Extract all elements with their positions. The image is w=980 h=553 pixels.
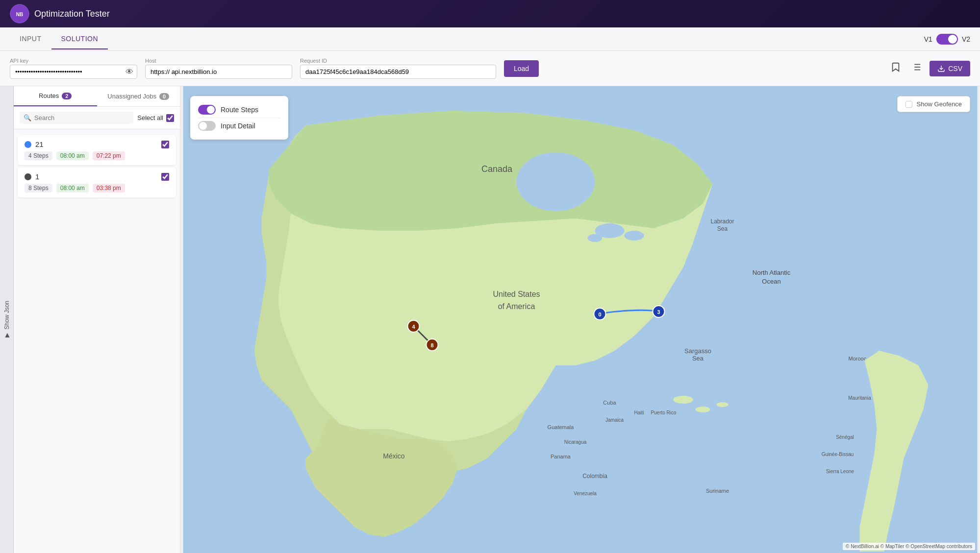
toolbar: API key 👁 Host Request ID Load — [0, 51, 980, 86]
route-21-steps: 4 Steps — [25, 151, 52, 160]
nextbillion-logo: NB — [10, 4, 29, 24]
search-input[interactable] — [34, 114, 129, 121]
route-21-checkbox[interactable] — [161, 141, 169, 148]
svg-text:3: 3 — [657, 309, 660, 315]
svg-text:4: 4 — [412, 324, 415, 330]
route-1-end-time: 03:38 pm — [93, 184, 125, 192]
api-key-label: API key — [10, 58, 137, 64]
svg-text:Mauritania: Mauritania — [848, 395, 871, 401]
host-group: Host — [145, 58, 292, 79]
search-input-wrap: 🔍 — [20, 112, 133, 124]
load-button[interactable]: Load — [504, 60, 539, 77]
svg-point-18 — [674, 396, 693, 404]
sidebar-tab-unassigned[interactable]: Unassigned Jobs 0 — [97, 86, 180, 106]
show-json-label: Show Json — [3, 301, 10, 330]
svg-point-17 — [588, 234, 603, 242]
svg-text:Panama: Panama — [551, 454, 571, 459]
route-21-end-time: 07:22 pm — [93, 151, 125, 160]
svg-text:Guatemala: Guatemala — [548, 424, 575, 430]
main-content: ▶ Show Json Routes 2 Unassigned Jobs 0 🔍… — [0, 86, 980, 553]
tab-input[interactable]: INPUT — [10, 29, 51, 49]
map-background: Canada United States of America México N… — [180, 86, 980, 553]
route-item[interactable]: 21 4 Steps 08:00 am 07:22 pm — [18, 135, 176, 166]
request-id-label: Request ID — [300, 58, 496, 64]
input-detail-row: Input Detail — [198, 118, 280, 134]
app-header: NB Optimization Tester — [0, 0, 980, 27]
route-list: 21 4 Steps 08:00 am 07:22 pm 1 — [14, 129, 180, 553]
tab-solution[interactable]: SOLUTION — [51, 29, 108, 49]
input-detail-label: Input Detail — [221, 122, 255, 130]
svg-text:United States: United States — [493, 290, 540, 298]
svg-point-20 — [717, 402, 729, 407]
route-1-start-time: 08:00 am — [56, 184, 89, 192]
route-steps-toggle[interactable] — [198, 105, 216, 115]
download-icon — [937, 65, 945, 72]
search-icon: 🔍 — [24, 114, 31, 121]
svg-text:of America: of America — [498, 302, 535, 311]
sidebar: Routes 2 Unassigned Jobs 0 🔍 Select all — [14, 86, 180, 553]
svg-text:Puerto Rico: Puerto Rico — [651, 410, 677, 415]
svg-text:Sénégal: Sénégal — [836, 434, 854, 440]
svg-text:Sea: Sea — [717, 225, 728, 232]
svg-text:NB: NB — [16, 12, 23, 17]
route-1-number: 1 — [25, 172, 39, 181]
svg-text:Sargasso: Sargasso — [684, 347, 711, 355]
toolbar-actions: CSV — [888, 60, 970, 77]
svg-text:Sea: Sea — [692, 355, 704, 362]
svg-text:0: 0 — [598, 312, 601, 317]
sidebar-tab-routes[interactable]: Routes 2 — [14, 86, 97, 106]
svg-text:Ocean: Ocean — [762, 278, 780, 285]
route-steps-row: Route Steps — [198, 102, 280, 118]
route-steps-label: Route Steps — [221, 106, 258, 114]
route-1-meta: 8 Steps 08:00 am 03:38 pm — [25, 184, 169, 192]
select-all-wrap: Select all — [137, 114, 174, 122]
geofence-label: Show Geofence — [916, 100, 962, 108]
route-21-meta: 4 Steps 08:00 am 07:22 pm — [25, 151, 169, 160]
host-label: Host — [145, 58, 292, 64]
version-toggle-switch[interactable] — [936, 34, 958, 45]
api-key-group: API key 👁 — [10, 58, 137, 79]
route-1-dot — [25, 173, 31, 180]
api-key-toggle-visibility[interactable]: 👁 — [126, 68, 133, 76]
svg-text:Jamaica: Jamaica — [605, 417, 624, 423]
show-json-arrow: ▶ — [3, 332, 10, 338]
map-attribution: © NextBillion.ai © MapTiler © OpenStreet… — [843, 543, 975, 550]
list-icon — [911, 62, 922, 72]
svg-text:North Atlantic: North Atlantic — [753, 269, 791, 276]
version-toggle: V1 V2 — [924, 34, 970, 45]
svg-text:Nicaragua: Nicaragua — [564, 439, 587, 445]
route-21-header: 21 — [25, 140, 169, 148]
map-area[interactable]: Canada United States of America México N… — [180, 86, 980, 553]
svg-text:Suriname: Suriname — [706, 488, 729, 494]
host-input[interactable] — [145, 65, 292, 79]
svg-text:Haiti: Haiti — [634, 410, 644, 415]
svg-text:México: México — [383, 452, 405, 460]
route-21-dot — [25, 141, 31, 148]
route-21-number: 21 — [25, 140, 44, 148]
geofence-checkbox — [905, 101, 912, 108]
input-detail-toggle[interactable] — [198, 121, 216, 131]
svg-text:8: 8 — [430, 342, 433, 348]
svg-text:Sierra Leone: Sierra Leone — [826, 469, 854, 474]
unassigned-badge: 0 — [159, 93, 169, 100]
search-bar: 🔍 Select all — [14, 107, 180, 129]
list-icon-button[interactable] — [909, 60, 924, 77]
route-1-steps: 8 Steps — [25, 184, 52, 192]
api-key-input[interactable] — [10, 65, 137, 79]
csv-button[interactable]: CSV — [930, 61, 970, 76]
bookmark-icon — [890, 62, 901, 72]
select-all-label: Select all — [137, 114, 163, 121]
show-json-panel[interactable]: ▶ Show Json — [0, 86, 14, 553]
svg-text:Guinée-Bissau: Guinée-Bissau — [822, 452, 854, 457]
route-item[interactable]: 1 8 Steps 08:00 am 03:38 pm — [18, 168, 176, 198]
select-all-checkbox[interactable] — [166, 114, 174, 122]
route-1-checkbox[interactable] — [161, 173, 169, 181]
svg-text:Canada: Canada — [481, 164, 513, 174]
show-geofence-button[interactable]: Show Geofence — [897, 96, 970, 112]
v2-label: V2 — [962, 35, 970, 43]
request-id-input[interactable] — [300, 65, 496, 79]
svg-point-14 — [517, 152, 595, 211]
bookmark-icon-button[interactable] — [888, 60, 903, 77]
svg-text:Venezuela: Venezuela — [574, 491, 597, 496]
nav-left: INPUT SOLUTION — [10, 29, 108, 49]
